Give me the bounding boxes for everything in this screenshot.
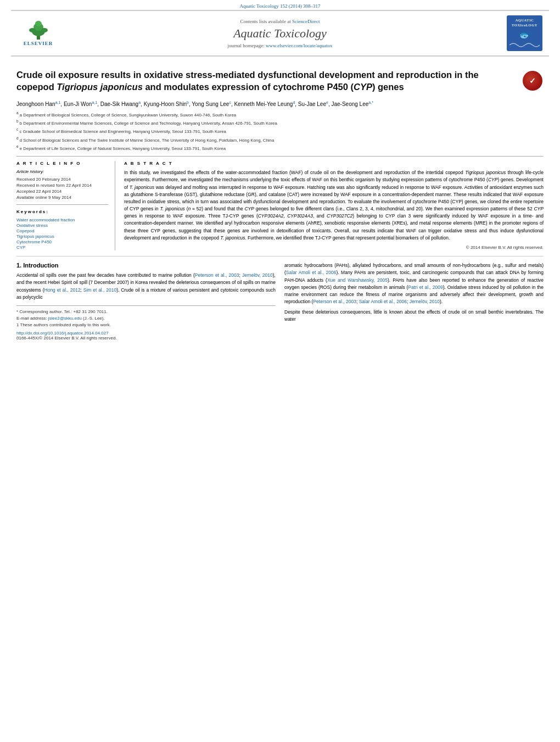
affiliation-c: c c Graduate School of Biomedical Scienc… bbox=[16, 127, 544, 135]
article-title-text: Crude oil exposure results in oxidative … bbox=[16, 69, 517, 93]
info-divider bbox=[16, 204, 108, 205]
footnotes-section: * Corresponding author. Tel.: +82 31 290… bbox=[16, 305, 276, 341]
ref-patri-2009[interactable]: Patri et al., 2009 bbox=[408, 284, 443, 290]
top-citation: Aquatic Toxicology 152 (2014) 308–317 bbox=[0, 0, 560, 10]
keyword-3: Copepod bbox=[16, 228, 108, 233]
ref-peterson-2003b[interactable]: Peterson et al., 2003 bbox=[313, 299, 356, 304]
ref-xue-warshawsky[interactable]: Xue and Warshawsky, 2005 bbox=[327, 277, 388, 283]
aquatic-logo-box: AQUATICTOXIcoLOGY 🐟 bbox=[507, 15, 542, 51]
body-left-column: 1. Introduction Accidental oil spills ov… bbox=[16, 262, 276, 341]
ref-sim-2010[interactable]: Sim et al., 2010 bbox=[83, 287, 116, 293]
abstract-heading: A B S T R A C T bbox=[124, 161, 544, 166]
body-two-column: 1. Introduction Accidental oil spills ov… bbox=[16, 262, 544, 341]
affiliations: a a Department of Biological Sciences, C… bbox=[16, 110, 544, 152]
aquatic-toxicology-logo: AQUATICTOXIcoLOGY 🐟 bbox=[499, 15, 542, 51]
crossmark-badge[interactable]: ✓ bbox=[523, 71, 544, 91]
journal-header: ELSEVIER Contents lists available at Sci… bbox=[11, 10, 549, 57]
affiliation-d: d d School of Biological Sciences and Th… bbox=[16, 136, 544, 143]
aquatic-logo-wave-icon bbox=[509, 42, 540, 48]
accepted-date: Accepted 22 April 2014 bbox=[16, 189, 108, 194]
svg-point-4 bbox=[29, 28, 36, 32]
footer-copyright: 0166-445X/© 2014 Elsevier B.V. All right… bbox=[16, 336, 276, 341]
keyword-2: Oxidative stress bbox=[16, 223, 108, 228]
footnote-email: E-mail address: jslee2@skku.edu (J.-S. L… bbox=[16, 316, 276, 321]
body-right-column: aromatic hydrocarbons (PAHs), alkylated … bbox=[284, 262, 544, 341]
abstract-text: In this study, we investigated the effec… bbox=[124, 169, 544, 242]
homepage-line: journal homepage: www.elsevier.com/locat… bbox=[61, 43, 499, 48]
revised-date: Received in revised form 22 April 2014 bbox=[16, 183, 108, 188]
affiliation-b: b b Department of Environmental Marine S… bbox=[16, 119, 544, 126]
authors-line: Jeonghoon Hana,1, Eun-Ji Wona,1, Dae-Sik… bbox=[16, 101, 544, 107]
intro-paragraph-1: Accidental oil spills over the past few … bbox=[16, 272, 276, 301]
doi-link[interactable]: http://dx.doi.org/10.1016/j.aquatox.2014… bbox=[16, 331, 276, 336]
page: Aquatic Toxicology 152 (2014) 308–317 EL… bbox=[0, 0, 560, 742]
intro-paragraph-2: aromatic hydrocarbons (PAHs), alkylated … bbox=[284, 262, 544, 305]
ref-peterson-2003[interactable]: Peterson et al., 2003 bbox=[195, 272, 239, 278]
elsevier-image: ELSEVIER bbox=[18, 18, 59, 48]
intro-paragraph-3: Despite these deleterious consequences, … bbox=[284, 309, 544, 323]
article-history-label: Article history: bbox=[16, 169, 108, 174]
svg-point-5 bbox=[41, 28, 48, 32]
article-content: Crude oil exposure results in oxidative … bbox=[16, 57, 544, 346]
intro-title: 1. Introduction bbox=[16, 262, 276, 269]
ref-jernelov-2010[interactable]: Jernelöv, 2010 bbox=[242, 272, 273, 278]
article-title-section: Crude oil exposure results in oxidative … bbox=[16, 69, 544, 96]
article-info-heading: A R T I C L E I N F O bbox=[16, 161, 108, 166]
footnote-email-link[interactable]: jslee2@skku.edu bbox=[48, 316, 82, 321]
aquatic-logo-fish-icon: 🐟 bbox=[519, 29, 531, 41]
affiliation-a: a a Department of Biological Sciences, C… bbox=[16, 110, 544, 118]
keyword-1: Water accommodated fraction bbox=[16, 217, 108, 222]
svg-rect-0 bbox=[37, 36, 40, 40]
article-title: Crude oil exposure results in oxidative … bbox=[16, 69, 517, 93]
body-divider bbox=[16, 256, 544, 256]
received-date: Received 20 February 2014 bbox=[16, 177, 108, 182]
elsevier-logo: ELSEVIER bbox=[18, 18, 61, 48]
journal-center: Contents lists available at ScienceDirec… bbox=[61, 19, 499, 48]
svg-point-3 bbox=[35, 21, 42, 26]
affiliation-e: e e Department of Life Science, College … bbox=[16, 144, 544, 152]
elsevier-text: ELSEVIER bbox=[24, 41, 53, 46]
journal-title: Aquatic Toxicology bbox=[61, 26, 499, 41]
keywords-heading: Keywords: bbox=[16, 209, 108, 214]
ref-hong-2012[interactable]: Hong et al., 2012 bbox=[44, 287, 81, 293]
article-info-column: A R T I C L E I N F O Article history: R… bbox=[16, 161, 115, 250]
crossmark-icon: ✓ bbox=[523, 71, 542, 91]
aquatic-logo-text-top: AQUATICTOXIcoLOGY bbox=[512, 18, 537, 27]
contents-line: Contents lists available at ScienceDirec… bbox=[61, 19, 499, 24]
abstract-column: A B S T R A C T In this study, we invest… bbox=[124, 161, 544, 250]
citation-text: Aquatic Toxicology 152 (2014) 308–317 bbox=[239, 3, 320, 9]
two-column-section: A R T I C L E I N F O Article history: R… bbox=[16, 156, 544, 250]
keyword-5: Cytochrome P450 bbox=[16, 239, 108, 244]
footnote-equal-contrib: 1 These authors contributed equally to t… bbox=[16, 322, 276, 327]
sciencedirect-link[interactable]: ScienceDirect bbox=[292, 19, 320, 24]
available-date: Available online 9 May 2014 bbox=[16, 195, 108, 200]
ref-salar-amoli-2006[interactable]: Salar Amoli et al., 2006 bbox=[286, 270, 337, 275]
footnote-corresponding: * Corresponding author. Tel.: +82 31 290… bbox=[16, 309, 276, 314]
keyword-4: Tigriopus japonicus bbox=[16, 234, 108, 239]
keyword-6: CYP bbox=[16, 245, 108, 250]
elsevier-tree-icon bbox=[25, 20, 52, 40]
ref-jernelov-2010b[interactable]: Jernelöv, 2010 bbox=[410, 299, 440, 304]
abstract-copyright: © 2014 Elsevier B.V. All rights reserved… bbox=[124, 245, 544, 250]
ref-salar-amoli-2006b[interactable]: Salar Amoli et al., 2006 bbox=[359, 299, 407, 304]
homepage-link[interactable]: www.elsevier.com/locate/aquatox bbox=[266, 43, 332, 48]
